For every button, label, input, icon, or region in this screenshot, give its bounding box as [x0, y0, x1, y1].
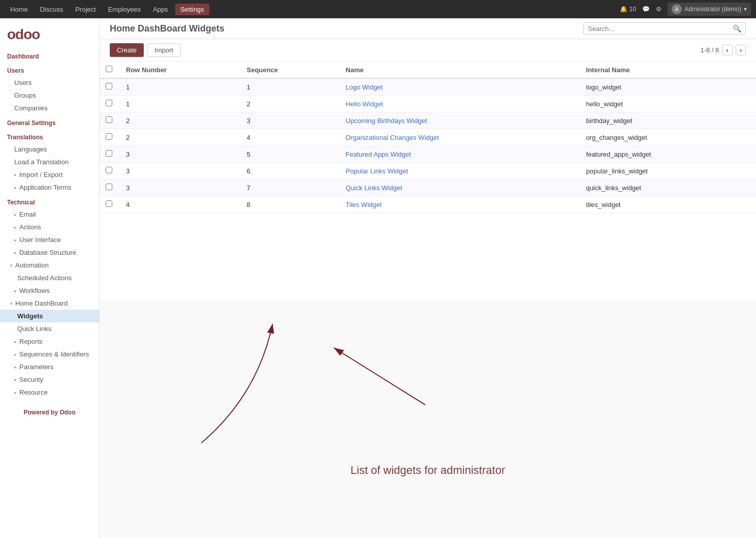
- pagination-info: 1-8 / 8: [700, 46, 719, 54]
- row-checkbox[interactable]: [106, 100, 112, 106]
- table-header: Row Number Sequence Name Internal Name: [100, 62, 756, 78]
- sidebar-item-companies[interactable]: Companies: [0, 102, 99, 114]
- chevron-icon: ▸: [14, 250, 17, 255]
- chevron-down-icon: ▾: [10, 263, 13, 268]
- nav-items: Home Discuss Project Employees Apps Sett…: [5, 4, 209, 15]
- section-dashboard: Dashboard: [0, 48, 99, 62]
- sidebar-item-automation[interactable]: ▾ Automation: [0, 259, 99, 272]
- sidebar-item-parameters[interactable]: ▸ Parameters: [0, 361, 99, 373]
- app-layout: odoo Dashboard Users Users Groups Compan…: [0, 18, 756, 538]
- row-checkbox[interactable]: [106, 133, 112, 140]
- nav-home[interactable]: Home: [5, 4, 33, 15]
- cell-name[interactable]: Hello Widget: [339, 96, 580, 112]
- top-navigation: Home Discuss Project Employees Apps Sett…: [0, 0, 756, 18]
- sidebar-item-languages[interactable]: Languages: [0, 143, 99, 156]
- sidebar-item-application-terms[interactable]: ▸ Application Terms: [0, 181, 99, 194]
- avatar: A: [672, 4, 682, 14]
- content-toolbar: Create Import 1-8 / 8 ‹ ›: [100, 39, 756, 62]
- row-checkbox[interactable]: [106, 167, 112, 173]
- sidebar-item-database-structure[interactable]: ▸ Database Structure: [0, 246, 99, 259]
- annotation-area: List of widgets for administrator: [100, 300, 756, 539]
- table-body: 1 1 Logo Widget logo_widget 1 2 Hello Wi…: [100, 78, 756, 213]
- nav-project[interactable]: Project: [70, 4, 101, 15]
- row-checkbox[interactable]: [106, 150, 112, 157]
- cell-name[interactable]: Organizational Changes Widget: [339, 129, 580, 146]
- cell-name[interactable]: Upcoming Birthdays Widget: [339, 112, 580, 129]
- import-button[interactable]: Import: [147, 43, 181, 57]
- sidebar-logo: odoo: [0, 18, 99, 48]
- sidebar-item-widgets[interactable]: Widgets: [0, 310, 99, 322]
- sidebar-item-security[interactable]: ▸ Security: [0, 373, 99, 386]
- user-menu-icon[interactable]: ⚙: [656, 6, 662, 13]
- nav-discuss[interactable]: Discuss: [35, 4, 69, 15]
- table-row[interactable]: 3 7 Quick Links Widget quick_links_widge…: [100, 180, 756, 196]
- table-row[interactable]: 4 8 Tiles Widget tiles_widget: [100, 196, 756, 213]
- section-users: Users: [0, 62, 99, 76]
- table-row[interactable]: 2 4 Organizational Changes Widget org_ch…: [100, 129, 756, 146]
- cell-sequence: 6: [241, 163, 340, 180]
- cell-name[interactable]: Popular Links Widget: [339, 163, 580, 180]
- create-button[interactable]: Create: [110, 43, 144, 57]
- user-badge[interactable]: A Administrator (demo) ▾: [668, 3, 751, 16]
- main-content: Home DashBoard Widgets 🔍 Create Import 1…: [100, 18, 756, 538]
- select-all-checkbox[interactable]: [106, 66, 112, 72]
- cell-row-number: 2: [120, 129, 241, 146]
- sidebar-item-sequences[interactable]: ▸ Sequences & Identifiers: [0, 348, 99, 361]
- notification-icon[interactable]: 🔔 10: [620, 6, 636, 13]
- breadcrumb: Home DashBoard Widgets: [110, 23, 225, 34]
- section-translations: Translations: [0, 129, 99, 143]
- nav-settings[interactable]: Settings: [175, 4, 209, 15]
- table-row[interactable]: 1 1 Logo Widget logo_widget: [100, 78, 756, 96]
- chevron-icon: ▸: [14, 365, 17, 370]
- next-page-button[interactable]: ›: [736, 45, 746, 55]
- chevron-icon: ▸: [14, 237, 17, 243]
- sidebar-item-resource[interactable]: ▸ Resource: [0, 386, 99, 399]
- table-row[interactable]: 1 2 Hello Widget hello_widget: [100, 96, 756, 112]
- table-row[interactable]: 2 3 Upcoming Birthdays Widget birthday_w…: [100, 112, 756, 129]
- sidebar-item-scheduled-actions[interactable]: Scheduled Actions: [0, 272, 99, 284]
- nav-apps[interactable]: Apps: [148, 4, 173, 15]
- cell-row-number: 3: [120, 180, 241, 196]
- sidebar-item-home-dashboard[interactable]: ▾ Home DashBoard: [0, 297, 99, 310]
- cell-name[interactable]: Tiles Widget: [339, 196, 580, 213]
- sidebar-item-email[interactable]: ▸ Email: [0, 208, 99, 221]
- sidebar-item-users[interactable]: Users: [0, 76, 99, 89]
- table-row[interactable]: 3 5 Featured Apps Widget featured_apps_w…: [100, 146, 756, 163]
- row-checkbox[interactable]: [106, 184, 112, 190]
- content-header: Home DashBoard Widgets 🔍: [100, 18, 756, 39]
- cell-name[interactable]: Featured Apps Widget: [339, 146, 580, 163]
- sidebar-item-reports[interactable]: ▸ Reports: [0, 335, 99, 348]
- chevron-icon: ▸: [14, 339, 17, 344]
- search-bar[interactable]: 🔍: [583, 22, 746, 35]
- chevron-icon: ▸: [14, 377, 17, 382]
- cell-internal-name: popular_links_widget: [580, 163, 756, 180]
- sidebar-item-quick-links[interactable]: Quick Links: [0, 322, 99, 335]
- nav-employees[interactable]: Employees: [103, 4, 146, 15]
- cell-sequence: 7: [241, 180, 340, 196]
- prev-page-button[interactable]: ‹: [722, 45, 732, 55]
- sidebar-item-workflows[interactable]: ▸ Workflows: [0, 284, 99, 297]
- search-icon: 🔍: [733, 24, 741, 33]
- cell-name[interactable]: Quick Links Widget: [339, 180, 580, 196]
- chevron-icon: ▸: [14, 225, 17, 230]
- chat-icon[interactable]: 💬: [642, 6, 650, 13]
- search-input[interactable]: [588, 25, 733, 33]
- sidebar-item-import-export[interactable]: ▸ Import / Export: [0, 168, 99, 181]
- sidebar-item-groups[interactable]: Groups: [0, 89, 99, 102]
- cell-sequence: 3: [241, 112, 340, 129]
- row-checkbox[interactable]: [106, 200, 112, 207]
- sidebar-item-load-translation[interactable]: Load a Translation: [0, 156, 99, 168]
- row-checkbox[interactable]: [106, 116, 112, 123]
- cell-sequence: 1: [241, 78, 340, 96]
- sidebar-item-user-interface[interactable]: ▸ User Interface: [0, 233, 99, 246]
- sidebar-item-actions[interactable]: ▸ Actions: [0, 221, 99, 233]
- cell-internal-name: featured_apps_widget: [580, 146, 756, 163]
- cell-row-number: 3: [120, 163, 241, 180]
- table-row[interactable]: 3 6 Popular Links Widget popular_links_w…: [100, 163, 756, 180]
- chevron-down-icon: ▾: [10, 301, 13, 306]
- col-internal-name: Internal Name: [580, 62, 756, 78]
- chevron-down-icon: ▾: [744, 6, 747, 13]
- cell-name[interactable]: Logo Widget: [339, 78, 580, 96]
- odoo-logo: odoo: [7, 26, 40, 43]
- row-checkbox[interactable]: [106, 83, 112, 89]
